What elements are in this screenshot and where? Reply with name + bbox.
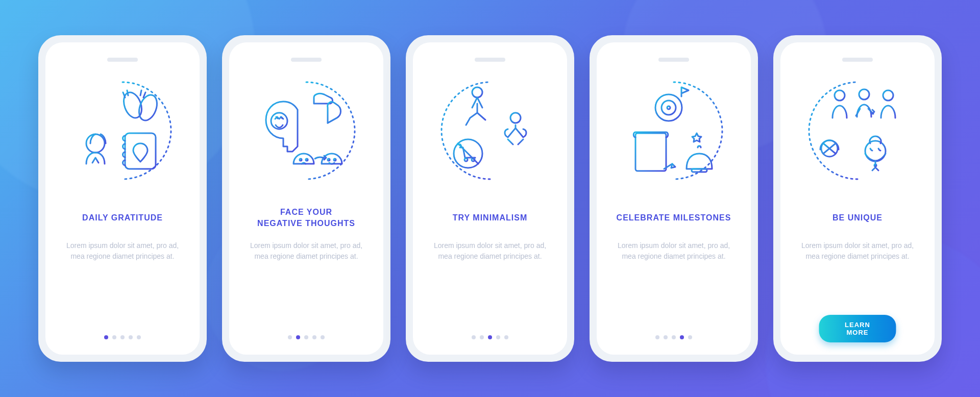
learn-more-button[interactable]: LEARN MORE [819, 315, 896, 342]
page-indicator [597, 335, 751, 339]
phone-notch [658, 58, 689, 62]
svg-point-7 [328, 159, 330, 161]
phone-notch [475, 58, 505, 62]
phone-mockup: FACE YOUR NEGATIVE THOUGHTS Lorem ipsum … [222, 35, 390, 362]
page-dot[interactable] [672, 335, 676, 339]
svg-point-6 [306, 159, 308, 161]
page-dot[interactable] [664, 335, 668, 339]
phone-mockup: CELEBRATE MILESTONES Lorem ipsum dolor s… [590, 35, 758, 362]
svg-point-0 [86, 134, 105, 153]
onboarding-screen: CELEBRATE MILESTONES Lorem ipsum dolor s… [597, 42, 751, 355]
page-dot[interactable] [496, 335, 500, 339]
onboarding-screen: FACE YOUR NEGATIVE THOUGHTS Lorem ipsum … [229, 42, 383, 355]
svg-point-36 [859, 89, 869, 100]
page-dot[interactable] [112, 335, 116, 339]
phone-notch [107, 58, 138, 62]
svg-point-15 [655, 94, 682, 121]
svg-point-30 [835, 90, 845, 101]
svg-point-33 [883, 90, 893, 101]
onboarding-title: CELEBRATE MILESTONES [612, 207, 736, 229]
page-dot[interactable] [288, 335, 292, 339]
svg-point-8 [334, 159, 336, 161]
page-dot[interactable] [129, 335, 133, 339]
onboarding-body: Lorem ipsum dolor sit amet, pro ad, mea … [424, 240, 556, 262]
svg-point-16 [662, 101, 676, 115]
onboarding-body: Lorem ipsum dolor sit amet, pro ad, mea … [57, 240, 188, 262]
page-dot[interactable] [312, 335, 316, 339]
onboarding-title: BE UNIQUE [828, 207, 887, 229]
page-indicator [413, 335, 567, 339]
onboarding-body: Lorem ipsum dolor sit amet, pro ad, mea … [608, 240, 740, 262]
svg-point-2 [136, 92, 160, 123]
phone-mockup: DAILY GRATITUDE Lorem ipsum dolor sit am… [38, 35, 207, 362]
page-dot[interactable] [472, 335, 476, 339]
page-dot[interactable] [680, 335, 684, 339]
page-dot[interactable] [688, 335, 692, 339]
onboarding-title: FACE YOUR NEGATIVE THOUGHTS [253, 207, 359, 229]
svg-point-10 [510, 113, 521, 123]
phone-row: DAILY GRATITUDE Lorem ipsum dolor sit am… [38, 35, 942, 362]
page-dot[interactable] [296, 335, 300, 339]
page-dot[interactable] [480, 335, 484, 339]
page-dot[interactable] [104, 335, 108, 339]
svg-point-12 [464, 158, 468, 161]
onboarding-screen: TRY MINIMALISM Lorem ipsum dolor sit ame… [413, 42, 567, 355]
minimalism-icon [431, 72, 549, 189]
page-dot[interactable] [120, 335, 125, 339]
negative-thoughts-icon [248, 72, 365, 189]
phone-notch [291, 58, 322, 62]
svg-rect-19 [635, 133, 666, 171]
page-indicator [229, 335, 383, 339]
svg-rect-28 [692, 169, 707, 172]
svg-point-9 [472, 87, 482, 97]
svg-point-4 [271, 113, 287, 129]
onboarding-screen: DAILY GRATITUDE Lorem ipsum dolor sit am… [45, 42, 200, 355]
onboarding-body: Lorem ipsum dolor sit amet, pro ad, mea … [792, 240, 923, 262]
page-dot[interactable] [655, 335, 659, 339]
page-dot[interactable] [304, 335, 308, 339]
svg-rect-3 [125, 133, 156, 169]
page-dot[interactable] [137, 335, 141, 339]
phone-notch [842, 58, 873, 62]
page-indicator [45, 335, 200, 339]
phone-mockup: TRY MINIMALISM Lorem ipsum dolor sit ame… [406, 35, 574, 362]
onboarding-screen: BE UNIQUE Lorem ipsum dolor sit amet, pr… [780, 42, 935, 355]
onboarding-title: DAILY GRATITUDE [78, 207, 167, 229]
onboarding-title: TRY MINIMALISM [449, 207, 531, 229]
onboarding-body: Lorem ipsum dolor sit amet, pro ad, mea … [240, 240, 372, 262]
svg-point-17 [667, 106, 670, 109]
gratitude-icon [64, 72, 181, 189]
page-dot[interactable] [504, 335, 508, 339]
milestones-icon [615, 72, 732, 189]
page-dot[interactable] [321, 335, 325, 339]
svg-point-5 [300, 159, 302, 161]
page-dot[interactable] [488, 335, 492, 339]
phone-mockup: BE UNIQUE Lorem ipsum dolor sit amet, pr… [773, 35, 942, 362]
unique-icon [799, 72, 916, 189]
